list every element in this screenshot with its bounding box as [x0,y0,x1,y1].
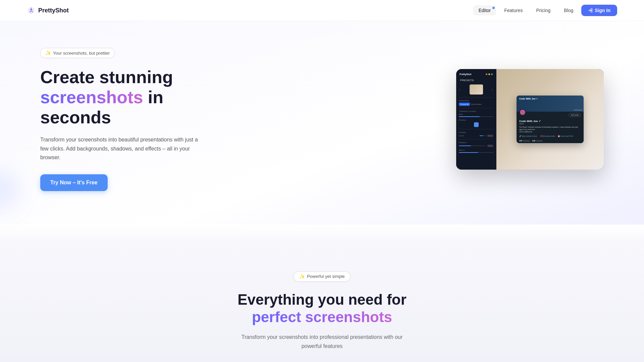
mockup-window-controls [486,73,493,75]
nav-pricing[interactable]: Pricing [531,5,556,15]
size-label: Size [459,113,493,115]
mockup-sidebar: PrettyShot Presets ‹ › Scree [456,69,496,170]
divider2 [459,108,493,108]
file-row: Choose file No file chosen [459,103,493,106]
position-label: Position [459,119,493,121]
arrow-left-icon: ‹ [460,88,461,92]
hero-left: ✨ Your screenshots, but prettier Create … [40,48,201,191]
logo-icon [27,6,36,15]
navbar: PrettyShot Editor Features Pricing Blog … [0,0,644,21]
nav-blog[interactable]: Blog [558,5,579,15]
hero-preview: PrettyShot Presets ‹ › Scree [456,69,604,170]
follower-count: 1,024 posts [574,109,582,111]
size-slider[interactable] [459,116,493,117]
rotation-reset-btn[interactable]: Reset [487,144,493,147]
twitter-handle: @joe [519,123,581,125]
signin-button[interactable]: Sign In [581,5,617,16]
position-section: Position [459,119,493,127]
section-divider [0,225,644,245]
x-track[interactable] [480,135,486,136]
position-dot [474,122,479,127]
logo-text: PrettyShot [38,7,69,14]
mockup-canvas: Code With Joe ✓ 1,024 posts Edit profile… [496,69,604,170]
divider [459,97,493,98]
followers-stat: 218 Followers [532,140,543,142]
choose-file-btn[interactable]: Choose file [459,103,470,106]
hero-title: Create stunning screenshots inseconds [40,67,201,127]
features-title: Everything you need for perfect screensh… [27,291,617,326]
features-section: ✨ Powerful yet simple Everything you nee… [0,245,644,362]
rotation-label: Rotation [459,141,493,143]
edit-profile-btn[interactable]: Edit profile [569,113,581,117]
twitter-bio: The King ✗ fullstack websites & biomedic… [517,126,584,134]
divider4 [459,139,493,139]
nav-editor[interactable]: Editor [473,5,496,15]
minimize-dot [488,73,490,75]
screenshot-card: Code With Joe ✓ 1,024 posts Edit profile… [517,96,584,143]
no-file-text: No file chosen [471,103,482,105]
logo[interactable]: PrettyShot [27,6,69,15]
preset-row: ‹ › [459,84,493,95]
transform-label: Transform Controls [459,110,493,112]
twitter-name-row: Code With Joe ✓ @joe [517,120,584,126]
twitter-header: Code With Joe ✓ 1,024 posts [517,96,584,112]
size-x-section: Size X [459,149,493,153]
twitter-meta: 🔗 @joe website history 📌 @trending.studi… [517,134,584,138]
position-label2: Position [459,131,493,133]
divider3 [459,129,493,129]
rotation-slider[interactable] [459,145,485,146]
hero-blob [0,171,20,211]
signin-icon [588,8,593,13]
features-description: Transform your screenshots into professi… [238,333,406,351]
twitter-avatar-area: Edit profile [517,112,584,114]
following-stat: 370 Following [519,140,530,142]
features-badge: ✨ Powerful yet simple [293,272,351,282]
app-mockup: PrettyShot Presets ‹ › Scree [456,69,604,170]
screenshot-label: Screenshot [459,100,493,102]
preset-thumbnail [470,84,483,95]
nav-features[interactable]: Features [499,5,528,15]
size-x-slider[interactable] [459,152,493,153]
expand-dot [491,73,493,75]
reset-btn[interactable]: Reset [487,134,493,137]
hero-badge: ✨ Your screenshots, but prettier [40,48,115,58]
nav-links: Editor Features Pricing Blog Sign In [473,5,617,16]
close-dot [486,73,487,75]
arrow-right-icon: › [492,88,493,92]
x-slider-row: Center Reset [459,134,493,137]
twitter-stats: 370 Following 218 Followers [517,138,584,143]
twitter-avatar [519,109,526,116]
rotation-slider-row: Reset [459,144,493,147]
twitter-name: Code With Joe ✓ [519,120,581,123]
hero-description: Transform your screenshots into beautifu… [40,135,201,162]
hero-section: ✨ Your screenshots, but prettier Create … [0,21,644,225]
cta-button[interactable]: Try Now – It's Free [40,174,108,191]
features-badge-icon: ✨ [299,274,305,279]
mockup-app-name: PrettyShot [460,73,471,75]
badge-icon: ✨ [45,50,51,56]
presets-label: Presets [459,79,493,82]
